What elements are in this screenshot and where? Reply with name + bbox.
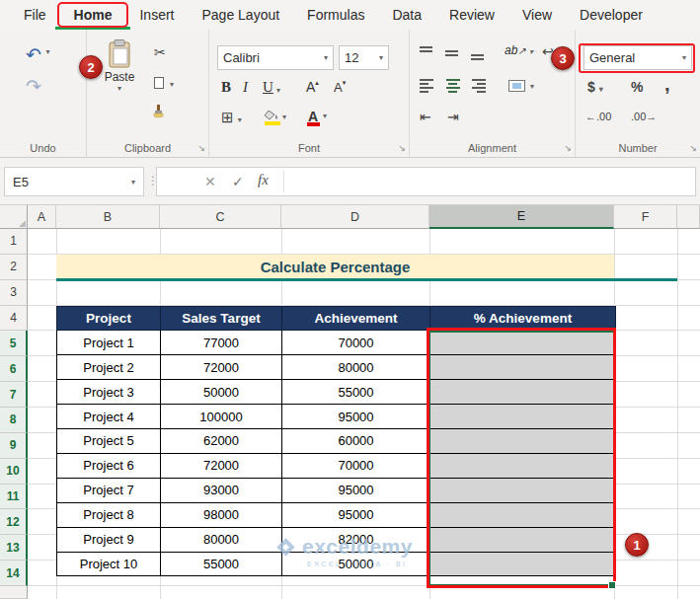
align-top-icon[interactable] bbox=[420, 45, 434, 60]
bold-button[interactable]: B bbox=[221, 79, 231, 96]
cell-d8[interactable]: 95000 bbox=[282, 405, 430, 429]
column-header-partial[interactable] bbox=[677, 205, 700, 229]
cell-b14[interactable]: Project 10 bbox=[57, 552, 161, 576]
cell-c12[interactable]: 98000 bbox=[161, 502, 282, 527]
number-format-dropdown-icon[interactable]: ▾ bbox=[682, 53, 686, 62]
tab-view[interactable]: View bbox=[508, 0, 566, 30]
tab-file[interactable]: File bbox=[10, 0, 60, 30]
cell-e9[interactable] bbox=[430, 429, 616, 454]
row-header-10[interactable]: 10 bbox=[0, 459, 28, 485]
fill-handle[interactable] bbox=[608, 581, 616, 589]
cell-e5[interactable] bbox=[430, 331, 616, 355]
orientation-dropdown-icon[interactable]: ▾ bbox=[529, 47, 533, 56]
tab-home[interactable]: Home bbox=[60, 0, 126, 30]
accounting-dropdown-icon[interactable]: ▾ bbox=[599, 85, 603, 94]
cell-c10[interactable]: 72000 bbox=[161, 453, 282, 478]
underline-dropdown-icon[interactable]: ▾ bbox=[276, 86, 280, 95]
column-header-a[interactable]: A bbox=[28, 205, 56, 229]
orientation-button[interactable]: ab↗ ▾ bbox=[505, 43, 533, 57]
cell-b10[interactable]: Project 6 bbox=[57, 453, 161, 478]
italic-button[interactable]: I bbox=[243, 79, 248, 96]
increase-font-size-button[interactable]: A▴ bbox=[306, 79, 319, 95]
align-left-icon[interactable] bbox=[420, 79, 434, 94]
font-name-combobox[interactable]: Calibri ▾ bbox=[217, 45, 334, 70]
tab-page-layout[interactable]: Page Layout bbox=[188, 0, 293, 30]
column-header-d[interactable]: D bbox=[281, 205, 429, 229]
decrease-font-size-button[interactable]: A▾ bbox=[334, 79, 346, 95]
row-header-14[interactable]: 14 bbox=[0, 561, 28, 586]
cell-d14[interactable]: 50000 bbox=[282, 552, 430, 576]
column-header-f[interactable]: F bbox=[614, 205, 677, 229]
cell-c9[interactable]: 62000 bbox=[161, 429, 282, 454]
row-header-1[interactable]: 1 bbox=[0, 229, 28, 255]
align-bottom-icon[interactable] bbox=[471, 45, 486, 60]
cancel-icon[interactable]: ✕ bbox=[204, 174, 216, 189]
paste-dropdown-icon[interactable]: ▾ bbox=[97, 84, 142, 93]
tab-data[interactable]: Data bbox=[378, 0, 435, 30]
row-header-7[interactable]: 7 bbox=[0, 382, 28, 408]
row-header-9[interactable]: 9 bbox=[0, 433, 28, 459]
copy-dropdown-icon[interactable]: ▾ bbox=[170, 80, 174, 89]
cell-d9[interactable]: 60000 bbox=[282, 429, 430, 454]
table-header-project[interactable]: Project bbox=[57, 306, 161, 331]
row-header-5[interactable]: 5 bbox=[0, 331, 28, 356]
fill-color-button[interactable]: ▾ bbox=[265, 111, 279, 120]
paste-button[interactable]: Paste ▾ bbox=[97, 39, 142, 93]
cell-b5[interactable]: Project 1 bbox=[57, 331, 161, 355]
cell-b13[interactable]: Project 9 bbox=[57, 527, 161, 552]
redo-button[interactable]: ↷ bbox=[26, 75, 41, 98]
percent-style-button[interactable]: % bbox=[631, 79, 643, 95]
cell-e6[interactable] bbox=[430, 355, 616, 380]
insert-function-icon[interactable]: fx bbox=[258, 172, 269, 188]
decrease-decimal-button[interactable]: .00→ bbox=[631, 111, 657, 122]
cell-c13[interactable]: 80000 bbox=[161, 527, 282, 552]
cell-b9[interactable]: Project 5 bbox=[57, 429, 161, 454]
cell-c14[interactable]: 55000 bbox=[161, 552, 282, 576]
cell-e13[interactable] bbox=[430, 527, 616, 552]
sheet-title-cell[interactable]: Calculate Percentage bbox=[56, 255, 614, 280]
undo-button[interactable]: ↶ ▾ bbox=[26, 43, 49, 66]
decrease-indent-button[interactable]: ⇤ bbox=[420, 109, 431, 124]
cell-e10[interactable] bbox=[430, 453, 616, 478]
cell-b11[interactable]: Project 7 bbox=[57, 478, 161, 502]
row-header-4[interactable]: 4 bbox=[0, 306, 28, 332]
row-header-partial[interactable] bbox=[0, 586, 28, 599]
cell-d6[interactable]: 80000 bbox=[282, 355, 430, 380]
fill-color-dropdown-icon[interactable]: ▾ bbox=[282, 112, 286, 121]
align-middle-icon[interactable] bbox=[445, 45, 460, 60]
column-header-e[interactable]: E bbox=[429, 205, 614, 229]
increase-indent-button[interactable]: ⇥ bbox=[447, 109, 459, 124]
increase-decimal-button[interactable]: ←.00 bbox=[585, 111, 611, 122]
underline-button[interactable]: U bbox=[263, 79, 273, 96]
cell-d13[interactable]: 82000 bbox=[282, 527, 430, 552]
cell-d5[interactable]: 70000 bbox=[282, 331, 430, 355]
cell-c5[interactable]: 77000 bbox=[161, 331, 282, 355]
cell-d10[interactable]: 70000 bbox=[282, 453, 430, 478]
format-painter-button[interactable] bbox=[152, 105, 165, 120]
column-header-b[interactable]: B bbox=[56, 205, 160, 229]
cell-e14[interactable] bbox=[430, 552, 616, 576]
number-format-combobox[interactable]: General ▾ bbox=[583, 45, 692, 70]
cell-b6[interactable]: Project 2 bbox=[57, 355, 161, 380]
borders-button[interactable]: ⊞ ▾ bbox=[221, 109, 242, 126]
column-header-c[interactable]: C bbox=[160, 205, 281, 229]
cell-d12[interactable]: 95000 bbox=[282, 502, 430, 527]
name-box-dropdown-icon[interactable]: ▾ bbox=[131, 178, 135, 187]
tab-formulas[interactable]: Formulas bbox=[293, 0, 378, 30]
align-right-icon[interactable] bbox=[471, 79, 486, 94]
borders-dropdown-icon[interactable]: ▾ bbox=[238, 115, 242, 124]
cell-d11[interactable]: 95000 bbox=[282, 478, 430, 502]
tab-developer[interactable]: Developer bbox=[566, 0, 657, 30]
merge-dropdown-icon[interactable]: ▾ bbox=[530, 82, 534, 91]
cell-d7[interactable]: 55000 bbox=[282, 380, 430, 405]
font-name-dropdown-icon[interactable]: ▾ bbox=[324, 53, 328, 62]
font-color-button[interactable]: A ▾ bbox=[308, 108, 318, 125]
cell-e7[interactable] bbox=[430, 380, 616, 405]
table-header-sales-target[interactable]: Sales Target bbox=[161, 306, 282, 331]
formula-input[interactable]: ✕ ✓ fx bbox=[156, 167, 696, 196]
cell-c8[interactable]: 100000 bbox=[161, 405, 282, 429]
font-size-dropdown-icon[interactable]: ▾ bbox=[379, 53, 383, 62]
row-header-2[interactable]: 2 bbox=[0, 255, 28, 280]
cell-c6[interactable]: 72000 bbox=[161, 355, 282, 380]
row-header-6[interactable]: 6 bbox=[0, 356, 28, 382]
